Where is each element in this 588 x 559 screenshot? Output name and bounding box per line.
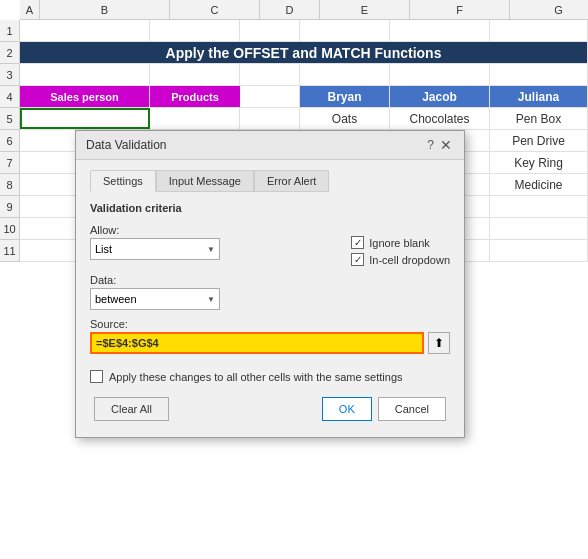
source-field-group: Source: ⬆ [90,318,450,354]
allow-value: List [95,243,112,255]
cell-d4[interactable] [240,86,300,107]
data-label: Data: [90,274,450,286]
cell-g1[interactable] [490,20,588,41]
cell-g7[interactable]: Key Ring [490,152,588,173]
row-header-9: 9 [0,196,20,218]
tab-settings[interactable]: Settings [90,170,156,192]
cell-e3[interactable] [300,64,390,85]
cell-d5[interactable] [240,108,300,129]
dialog-help-button[interactable]: ? [427,138,434,152]
data-validation-dialog: Data Validation ? ✕ Settings Input Messa… [75,130,465,438]
row-header-4: 4 [0,86,20,108]
spreadsheet: A B C D E F G 1 2 3 4 5 6 7 8 9 10 11 [0,0,588,559]
row-header-3: 3 [0,64,20,86]
source-field-row: ⬆ [90,332,450,354]
cell-d3[interactable] [240,64,300,85]
cell-c3[interactable] [150,64,240,85]
dialog-body: Settings Input Message Error Alert Valid… [76,160,464,437]
row-header-7: 7 [0,152,20,174]
clear-all-button[interactable]: Clear All [94,397,169,421]
cell-b1[interactable] [20,20,150,41]
col-header-f: F [410,0,510,19]
row-headers: 1 2 3 4 5 6 7 8 9 10 11 [0,20,20,262]
cell-d1[interactable] [240,20,300,41]
cell-g3[interactable] [490,64,588,85]
col-header-a: A [20,0,40,19]
cell-g11[interactable] [490,240,588,261]
cancel-button[interactable]: Cancel [378,397,446,421]
cell-c1[interactable] [150,20,240,41]
col-header-c: C [170,0,260,19]
cell-c5[interactable] [150,108,240,129]
data-value: between [95,293,137,305]
cell-g5[interactable]: Pen Box [490,108,588,129]
source-input[interactable] [90,332,424,354]
row-header-11: 11 [0,240,20,262]
cell-f1[interactable] [390,20,490,41]
table-row: Oats Chocolates Pen Box [20,108,588,130]
cell-g8[interactable]: Medicine [490,174,588,195]
section-label: Validation criteria [90,202,450,214]
dialog-footer: Clear All OK Cancel [90,397,450,427]
data-select-arrow: ▼ [207,295,215,304]
apply-row: Apply these changes to all other cells w… [90,370,450,383]
allow-label: Allow: [90,224,341,236]
data-field-group: Data: between ▼ [90,274,450,310]
juliana-header: Juliana [490,86,588,107]
apply-label: Apply these changes to all other cells w… [109,371,403,383]
tab-error-alert[interactable]: Error Alert [254,170,330,192]
sales-person-input[interactable] [20,108,150,129]
ok-button[interactable]: OK [322,397,372,421]
col-header-b: B [40,0,170,19]
table-row: Sales person Products Bryan Jacob Julian… [20,86,588,108]
dialog-titlebar: Data Validation ? ✕ [76,131,464,160]
tab-input-message[interactable]: Input Message [156,170,254,192]
source-collapse-icon: ⬆ [434,336,444,350]
source-collapse-button[interactable]: ⬆ [428,332,450,354]
ignore-blank-label: Ignore blank [369,237,430,249]
cell-f5[interactable]: Chocolates [390,108,490,129]
dialog-close-button[interactable]: ✕ [438,137,454,153]
cell-e1[interactable] [300,20,390,41]
row-header-8: 8 [0,174,20,196]
dialog-title: Data Validation [86,138,167,152]
cell-g6[interactable]: Pen Drive [490,130,588,151]
cell-g9[interactable] [490,196,588,217]
dialog-tabs: Settings Input Message Error Alert [90,170,450,192]
allow-select[interactable]: List ▼ [90,238,220,260]
allow-select-arrow: ▼ [207,245,215,254]
row-header-5: 5 [0,108,20,130]
row-header-1: 1 [0,20,20,42]
table-row: Apply the OFFSET and MATCH Functions [20,42,588,64]
jacob-header: Jacob [390,86,490,107]
sales-person-header: Sales person [20,86,150,107]
allow-row: Allow: List ▼ ✓ Ignore blank [90,218,450,266]
row-header-2: 2 [0,42,20,64]
cell-f3[interactable] [390,64,490,85]
row-header-6: 6 [0,130,20,152]
column-headers: A B C D E F G [20,0,588,20]
incell-dropdown-label: In-cell dropdown [369,254,450,266]
table-row [20,20,588,42]
source-label: Source: [90,318,450,330]
col-header-g: G [510,0,588,19]
col-header-d: D [260,0,320,19]
ignore-blank-checkbox-item[interactable]: ✓ Ignore blank [351,236,450,249]
data-select[interactable]: between ▼ [90,288,220,310]
row-header-10: 10 [0,218,20,240]
bryan-header: Bryan [300,86,390,107]
title-cell: Apply the OFFSET and MATCH Functions [20,42,588,63]
allow-field-group: Allow: List ▼ ✓ Ignore blank [90,218,450,266]
col-header-e: E [320,0,410,19]
cell-g10[interactable] [490,218,588,239]
apply-checkbox[interactable] [90,370,103,383]
ignore-blank-checkbox[interactable]: ✓ [351,236,364,249]
table-row [20,64,588,86]
checkbox-group: ✓ Ignore blank ✓ In-cell dropdown [351,236,450,266]
dialog-window-controls: ? ✕ [427,137,454,153]
products-header: Products [150,86,240,107]
incell-dropdown-checkbox[interactable]: ✓ [351,253,364,266]
cell-e5[interactable]: Oats [300,108,390,129]
incell-dropdown-checkbox-item[interactable]: ✓ In-cell dropdown [351,253,450,266]
cell-b3[interactable] [20,64,150,85]
